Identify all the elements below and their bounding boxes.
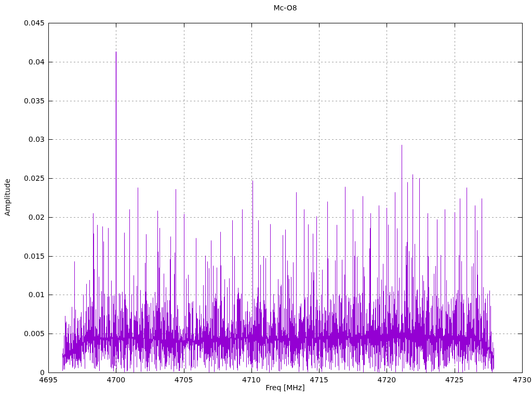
x-tick-label: 4705: [168, 375, 200, 384]
chart-title: Mc-O8: [48, 3, 522, 12]
y-tick-label: 0: [0, 368, 45, 377]
y-tick-label: 0.005: [0, 329, 45, 338]
y-tick-label: 0.03: [0, 135, 45, 144]
y-tick-label: 0.04: [0, 57, 45, 66]
y-tick-label: 0.025: [0, 174, 45, 183]
y-tick-label: 0.02: [0, 212, 45, 222]
spectrum-chart: Mc-O8 Freq [MHz] Amplitude 4695470047054…: [0, 0, 532, 399]
y-tick-label: 0.015: [0, 251, 45, 261]
x-tick-label: 4725: [439, 375, 470, 384]
x-tick-label: 4730: [507, 375, 532, 384]
x-tick-label: 4720: [371, 375, 402, 384]
x-tick-label: 4715: [303, 375, 335, 384]
y-axis-label: Amplitude: [3, 179, 12, 216]
y-tick-label: 0.035: [0, 96, 45, 105]
spectrum-plot-canvas: [0, 0, 532, 399]
y-tick-label: 0.045: [0, 18, 45, 28]
x-tick-label: 4710: [236, 375, 267, 384]
x-tick-label: 4700: [100, 375, 131, 384]
y-tick-label: 0.01: [0, 290, 45, 299]
